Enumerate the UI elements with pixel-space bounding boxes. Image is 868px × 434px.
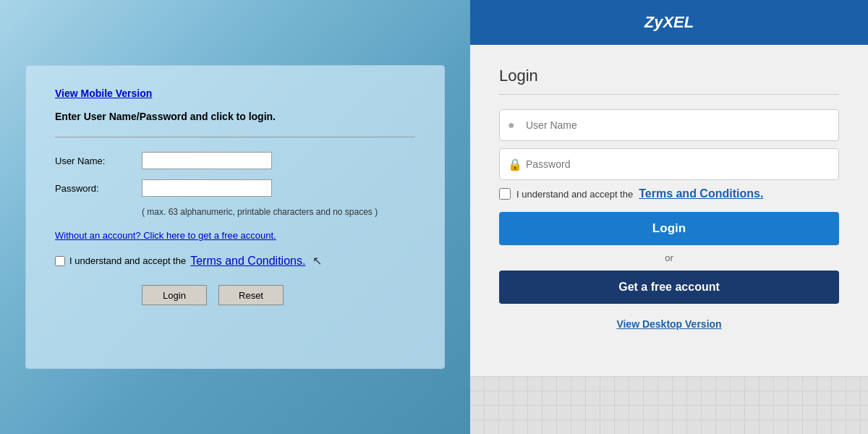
username-input[interactable]	[142, 152, 272, 169]
view-desktop-link[interactable]: View Desktop Version	[499, 318, 839, 330]
free-account-link[interactable]: Without an account? Click here to get a …	[55, 230, 415, 241]
terms-text: I understand and accept the	[69, 255, 186, 266]
terms-row: I understand and accept the Terms and Co…	[55, 254, 415, 268]
username-row: User Name:	[55, 152, 415, 169]
password-input[interactable]	[142, 179, 272, 197]
reset-button[interactable]: Reset	[218, 285, 284, 305]
divider	[55, 137, 415, 137]
right-panel: ZyXEL Login ● 🔒 I understand and accept …	[470, 0, 868, 434]
right-content: Login ● 🔒 I understand and accept the Te…	[470, 45, 868, 376]
username-label: User Name:	[55, 156, 142, 166]
password-label: Password:	[55, 183, 142, 194]
login-button-right[interactable]: Login	[499, 212, 839, 245]
username-input-right[interactable]	[499, 109, 839, 141]
right-terms-checkbox[interactable]	[499, 188, 511, 200]
terms-link-left[interactable]: Terms and Conditions.	[190, 255, 305, 268]
password-row: Password:	[55, 179, 415, 197]
login-title: Login	[499, 67, 839, 85]
login-button-left[interactable]: Login	[142, 285, 207, 305]
brand-name: ZyXEL	[644, 13, 694, 31]
user-icon: ●	[508, 119, 515, 132]
view-mobile-link[interactable]: View Mobile Version	[55, 88, 415, 99]
password-wrapper: 🔒	[499, 148, 839, 180]
or-divider: or	[499, 252, 839, 263]
password-input-right[interactable]	[499, 148, 839, 180]
right-footer	[470, 376, 868, 434]
login-box: View Mobile Version Enter User Name/Pass…	[25, 65, 445, 369]
right-terms-row: I understand and accept the Terms and Co…	[499, 187, 839, 200]
right-terms-link[interactable]: Terms and Conditions.	[639, 187, 763, 200]
cursor-icon: ↖	[312, 254, 322, 268]
free-account-button[interactable]: Get a free account	[499, 271, 839, 304]
terms-checkbox[interactable]	[55, 256, 65, 266]
lock-icon: 🔒	[508, 158, 522, 171]
password-hint: ( max. 63 alphanumeric, printable charac…	[142, 207, 415, 217]
right-divider	[499, 94, 839, 95]
right-terms-text: I understand and accept the	[516, 189, 633, 200]
login-instruction: Enter User Name/Password and click to lo…	[55, 111, 415, 122]
left-panel: View Mobile Version Enter User Name/Pass…	[0, 0, 470, 434]
brand-header: ZyXEL	[470, 0, 868, 45]
buttons-row: Login Reset	[142, 285, 415, 305]
username-wrapper: ●	[499, 109, 839, 141]
